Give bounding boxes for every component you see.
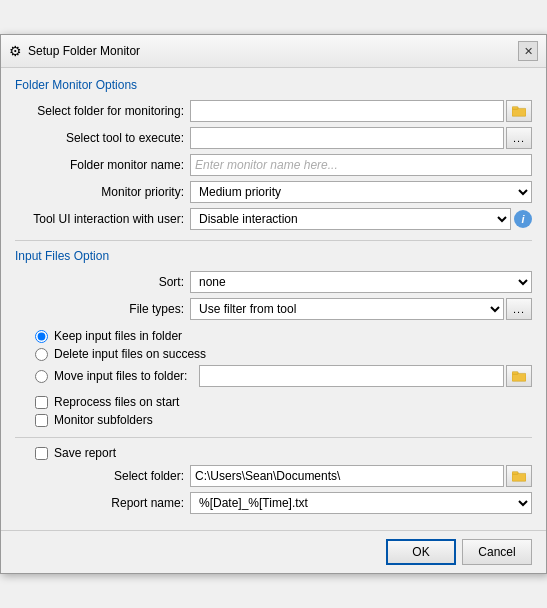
report-folder-icon bbox=[512, 469, 526, 483]
file-types-controls: Use filter from tool Custom filter ... bbox=[190, 298, 532, 320]
title-bar-left: ⚙ Setup Folder Monitor bbox=[9, 43, 140, 59]
select-tool-label: Select tool to execute: bbox=[15, 131, 190, 145]
delete-files-radio[interactable] bbox=[35, 348, 48, 361]
input-files-section-title: Input Files Option bbox=[15, 249, 532, 263]
delete-files-label[interactable]: Delete input files on success bbox=[54, 347, 206, 361]
monitor-priority-label: Monitor priority: bbox=[15, 185, 190, 199]
section-divider bbox=[15, 240, 532, 241]
keep-files-label[interactable]: Keep input files in folder bbox=[54, 329, 182, 343]
move-files-radio-row: Move input files to folder: bbox=[15, 365, 532, 387]
tool-ui-controls: Disable interaction Enable interaction i bbox=[190, 208, 532, 230]
file-types-row: File types: Use filter from tool Custom … bbox=[15, 298, 532, 320]
subfolders-checkbox[interactable] bbox=[35, 414, 48, 427]
close-button[interactable]: ✕ bbox=[518, 41, 538, 61]
monitor-priority-row: Monitor priority: Low priority Medium pr… bbox=[15, 181, 532, 203]
ok-button[interactable]: OK bbox=[386, 539, 456, 565]
monitor-name-label: Folder monitor name: bbox=[15, 158, 190, 172]
select-tool-dots-button[interactable]: ... bbox=[506, 127, 532, 149]
reprocess-checkbox-row: Reprocess files on start bbox=[15, 395, 532, 409]
tool-ui-row: Tool UI interaction with user: Disable i… bbox=[15, 208, 532, 230]
select-tool-row: Select tool to execute: ... bbox=[15, 127, 532, 149]
info-icon[interactable]: i bbox=[514, 210, 532, 228]
keep-files-radio[interactable] bbox=[35, 330, 48, 343]
svg-rect-2 bbox=[512, 373, 526, 381]
delete-files-radio-row: Delete input files on success bbox=[15, 347, 532, 361]
reprocess-label[interactable]: Reprocess files on start bbox=[54, 395, 179, 409]
select-tool-input[interactable] bbox=[190, 127, 504, 149]
select-folder-input[interactable] bbox=[190, 100, 504, 122]
dialog-title: Setup Folder Monitor bbox=[28, 44, 140, 58]
folder-monitor-section-title: Folder Monitor Options bbox=[15, 78, 532, 92]
close-icon: ✕ bbox=[524, 45, 533, 58]
file-types-label: File types: bbox=[15, 302, 190, 316]
svg-rect-5 bbox=[512, 472, 518, 475]
subfolders-label[interactable]: Monitor subfolders bbox=[54, 413, 153, 427]
title-bar: ⚙ Setup Folder Monitor ✕ bbox=[1, 35, 546, 68]
report-folder-controls bbox=[190, 465, 532, 487]
dialog-window: ⚙ Setup Folder Monitor ✕ Folder Monitor … bbox=[0, 34, 547, 574]
file-types-dots-icon: ... bbox=[513, 303, 525, 315]
select-folder-browse-button[interactable] bbox=[506, 100, 532, 122]
report-name-select[interactable]: %[Date]_%[Time].txt bbox=[190, 492, 532, 514]
input-files-radio-group: Keep input files in folder Delete input … bbox=[15, 325, 532, 395]
svg-rect-1 bbox=[512, 107, 518, 110]
report-folder-input[interactable] bbox=[190, 465, 504, 487]
svg-rect-0 bbox=[512, 108, 526, 116]
move-files-label[interactable]: Move input files to folder: bbox=[54, 369, 199, 383]
input-files-section: Input Files Option Sort: none ascending … bbox=[15, 249, 532, 427]
report-folder-label: Select folder: bbox=[15, 469, 190, 483]
input-files-checkboxes: Reprocess files on start Monitor subfold… bbox=[15, 395, 532, 427]
save-report-label[interactable]: Save report bbox=[54, 446, 116, 460]
cancel-button[interactable]: Cancel bbox=[462, 539, 532, 565]
subfolders-checkbox-row: Monitor subfolders bbox=[15, 413, 532, 427]
move-files-radio[interactable] bbox=[35, 370, 48, 383]
file-types-select[interactable]: Use filter from tool Custom filter bbox=[190, 298, 504, 320]
report-name-label: Report name: bbox=[15, 496, 190, 510]
report-name-row: Report name: %[Date]_%[Time].txt bbox=[15, 492, 532, 514]
save-report-fields: Select folder: Report name: bbox=[15, 465, 532, 514]
tool-ui-select[interactable]: Disable interaction Enable interaction bbox=[190, 208, 511, 230]
section-divider-2 bbox=[15, 437, 532, 438]
select-tool-controls: ... bbox=[190, 127, 532, 149]
move-folder-input[interactable] bbox=[199, 365, 504, 387]
move-folder-icon bbox=[512, 369, 526, 383]
dialog-footer: OK Cancel bbox=[1, 530, 546, 573]
report-folder-browse-button[interactable] bbox=[506, 465, 532, 487]
reprocess-checkbox[interactable] bbox=[35, 396, 48, 409]
monitor-priority-controls: Low priority Medium priority High priori… bbox=[190, 181, 532, 203]
app-icon: ⚙ bbox=[9, 43, 22, 59]
folder-icon bbox=[512, 104, 526, 118]
sort-select[interactable]: none ascending descending bbox=[190, 271, 532, 293]
folder-monitor-section: Folder Monitor Options Select folder for… bbox=[15, 78, 532, 230]
file-types-dots-button[interactable]: ... bbox=[506, 298, 532, 320]
sort-label: Sort: bbox=[15, 275, 190, 289]
dialog-body: Folder Monitor Options Select folder for… bbox=[1, 68, 546, 530]
report-name-controls: %[Date]_%[Time].txt bbox=[190, 492, 532, 514]
tool-ui-label: Tool UI interaction with user: bbox=[15, 212, 190, 226]
monitor-name-row: Folder monitor name: bbox=[15, 154, 532, 176]
save-report-section: Save report Select folder: bbox=[15, 446, 532, 514]
monitor-name-controls bbox=[190, 154, 532, 176]
keep-files-radio-row: Keep input files in folder bbox=[15, 329, 532, 343]
monitor-name-input[interactable] bbox=[190, 154, 532, 176]
dots-icon: ... bbox=[513, 132, 525, 144]
sort-row: Sort: none ascending descending bbox=[15, 271, 532, 293]
save-report-checkbox[interactable] bbox=[35, 447, 48, 460]
select-folder-label: Select folder for monitoring: bbox=[15, 104, 190, 118]
monitor-priority-select[interactable]: Low priority Medium priority High priori… bbox=[190, 181, 532, 203]
svg-rect-3 bbox=[512, 372, 518, 375]
select-folder-controls bbox=[190, 100, 532, 122]
move-folder-browse-button[interactable] bbox=[506, 365, 532, 387]
select-folder-row: Select folder for monitoring: bbox=[15, 100, 532, 122]
report-folder-row: Select folder: bbox=[15, 465, 532, 487]
svg-rect-4 bbox=[512, 473, 526, 481]
sort-controls: none ascending descending bbox=[190, 271, 532, 293]
save-report-header: Save report bbox=[15, 446, 532, 460]
